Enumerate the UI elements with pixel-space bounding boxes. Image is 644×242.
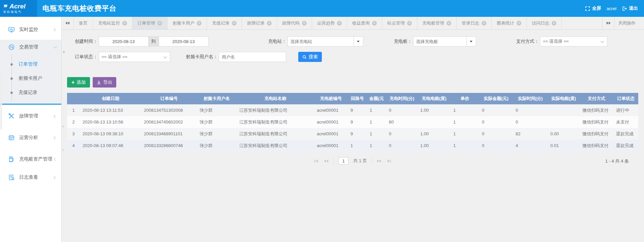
first-page-button[interactable] — [314, 159, 319, 163]
fullscreen-icon — [585, 6, 590, 11]
panel-collapse-icon[interactable]: ∨ — [62, 49, 65, 54]
table-header-cell[interactable] — [67, 93, 80, 104]
chevron-down-icon — [601, 40, 604, 43]
add-button[interactable]: + 添加 — [67, 77, 90, 88]
table-header-cell[interactable]: 金额(元 — [367, 93, 386, 104]
tab[interactable]: 订单管理× — [132, 17, 167, 29]
sidebar-item-fault-mgmt[interactable]: 故障管理 — [0, 109, 61, 124]
sidebar-item-order-mgmt[interactable]: 订单管理 — [0, 57, 61, 71]
station-input[interactable] — [287, 36, 354, 46]
station-dropdown-button[interactable] — [354, 36, 363, 46]
tab[interactable]: 图表统计× — [492, 17, 527, 29]
tab[interactable]: 充值记录× — [207, 17, 242, 29]
sidebar-item-recharge-records[interactable]: 充值记录 — [0, 85, 61, 100]
table-header-cell[interactable]: 充电时间(分) — [386, 93, 418, 104]
table-cell: acrel00001 — [314, 140, 348, 151]
search-button[interactable]: 搜索 — [298, 52, 322, 62]
tab-close-icon[interactable]: × — [337, 21, 342, 26]
table-header-cell[interactable]: 实际时间(分) — [513, 93, 548, 104]
date-from-input[interactable] — [99, 36, 149, 46]
payment-select[interactable]: == 请选择 == — [540, 36, 607, 46]
table-header-cell[interactable]: 创建日期 — [80, 93, 141, 104]
pile-input[interactable] — [413, 36, 466, 46]
tab-scroll-left-button[interactable] — [62, 17, 74, 29]
tab-close-icon[interactable]: × — [517, 21, 521, 26]
rfid-user-input[interactable] — [219, 52, 286, 62]
tab-close-icon[interactable]: × — [157, 21, 162, 26]
table-header-cell[interactable]: 订单状态 — [613, 93, 638, 104]
table-row[interactable]: 32020-08-13 09:38:102008133468901101张少群江… — [67, 128, 638, 140]
tab-close-icon[interactable]: × — [302, 21, 307, 26]
top-header: Acrel 安科瑞电气 电瓶车充电桩收费平台 全屏 acrel 退出 — [0, 0, 644, 17]
tab[interactable]: 登录日志× — [457, 17, 492, 29]
tab-close-icon[interactable]: × — [197, 21, 202, 26]
table-cell: 1 — [451, 104, 479, 116]
tab-close-icon[interactable]: × — [552, 21, 556, 26]
table-header-cell[interactable]: 充电电能(度) — [418, 93, 451, 104]
tab[interactable]: 充电站监控× — [93, 17, 132, 29]
table-header-cell[interactable]: 充电站名称 — [237, 93, 314, 104]
table-header-cell[interactable]: 充电桩编号 — [314, 93, 348, 104]
table-row[interactable]: 22020-08-13 13:10:562008134745602002张少群江… — [67, 116, 638, 128]
order-status-label: 订单状态： — [75, 54, 98, 60]
tab[interactable]: 访问日志× — [527, 17, 562, 29]
tab[interactable]: 站点管理× — [382, 17, 417, 29]
tab-close-icon[interactable]: × — [482, 21, 486, 26]
tab[interactable]: 运营趋势× — [312, 17, 347, 29]
sidebar-item-rfid-users[interactable]: 射频卡用户 — [0, 71, 61, 85]
table-row[interactable]: 12020-08-13 13:11:532008134751302008张少群江… — [67, 104, 638, 116]
sidebar-item-pile-assets[interactable]: 充电桩资产管理 — [0, 152, 61, 167]
tab-label: 站点管理 — [387, 20, 405, 26]
splitter-collapse-icon[interactable]: ‹ — [62, 147, 64, 152]
tab[interactable]: 充电桩管理× — [417, 17, 457, 29]
table-header-cell[interactable]: 支付方式 — [580, 93, 613, 104]
table-row[interactable]: 42020-08-13 09:07:462008133286600746张少群江… — [67, 140, 638, 151]
username[interactable]: acrel — [607, 6, 616, 11]
close-operations-menu[interactable]: 关闭操作 — [614, 17, 644, 29]
grid-toolbar: + 添加 导出 — [67, 77, 644, 88]
last-page-button[interactable] — [387, 159, 391, 163]
table-header-cell[interactable]: 实际电能(度) — [548, 93, 580, 104]
tab[interactable]: 故障记录× — [242, 17, 277, 29]
table-header-cell[interactable]: 射频卡用户名 — [197, 93, 237, 104]
tab-close-icon[interactable]: × — [267, 21, 272, 26]
table-header-cell[interactable]: 单价 — [451, 93, 479, 104]
tab[interactable]: 收益查询× — [347, 17, 382, 29]
tab-close-icon[interactable]: × — [407, 21, 412, 26]
tab-bar: 首页充电站监控×订单管理×射频卡用户×充值记录×故障记录×故障代码×运营趋势×收… — [62, 17, 644, 30]
tab[interactable]: 首页 — [74, 17, 93, 29]
sidebar-item-label: 充电桩资产管理 — [19, 156, 52, 162]
tab-close-icon[interactable]: × — [447, 21, 451, 26]
table-header-cell[interactable]: 回路号 — [348, 93, 367, 104]
tab-close-icon[interactable]: × — [122, 21, 127, 26]
table-cell: 微信扫码支付 — [580, 128, 613, 140]
tab[interactable]: 射频卡用户× — [167, 17, 207, 29]
logout-button[interactable]: 退出 — [622, 5, 638, 11]
page-number-input[interactable] — [338, 157, 348, 165]
chevron-left-icon — [54, 176, 57, 179]
previous-page-button[interactable] — [324, 159, 329, 163]
sidebar-item-log-view[interactable]: 日志查看 — [0, 170, 61, 185]
logout-icon — [622, 6, 627, 11]
fullscreen-button[interactable]: 全屏 — [585, 5, 601, 11]
tab-scroll-right-button[interactable] — [602, 17, 614, 29]
order-status-select[interactable]: == 请选择 == — [99, 52, 170, 62]
sidebar-item-transaction-mgmt[interactable]: 交易管理 — [0, 40, 61, 55]
tab[interactable]: 故障代码× — [277, 17, 312, 29]
sidebar-item-operation-analysis[interactable]: 运营分析 — [0, 130, 61, 145]
tab-close-icon[interactable]: × — [372, 21, 377, 26]
table-header-cell[interactable]: 实际金额(元) — [479, 93, 513, 104]
export-button[interactable]: 导出 — [93, 77, 116, 88]
sidebar-item-realtime-monitor[interactable]: 实时监控 — [0, 22, 61, 37]
table-cell: 张少群 — [197, 128, 237, 140]
table-cell: 江苏安科瑞制造有限公司 — [237, 140, 314, 151]
splitter-collapse-icon[interactable]: ‹ — [62, 124, 64, 129]
table-header-cell[interactable]: 订单编号 — [141, 93, 197, 104]
table-cell: 2008134745602002 — [141, 116, 197, 128]
table-cell: 1 — [367, 140, 386, 151]
table-cell: 2008133468901101 — [141, 128, 197, 140]
date-to-input[interactable] — [159, 36, 209, 46]
tab-close-icon[interactable]: × — [232, 21, 237, 26]
next-page-button[interactable] — [377, 159, 382, 163]
pile-dropdown-button[interactable] — [466, 36, 476, 46]
